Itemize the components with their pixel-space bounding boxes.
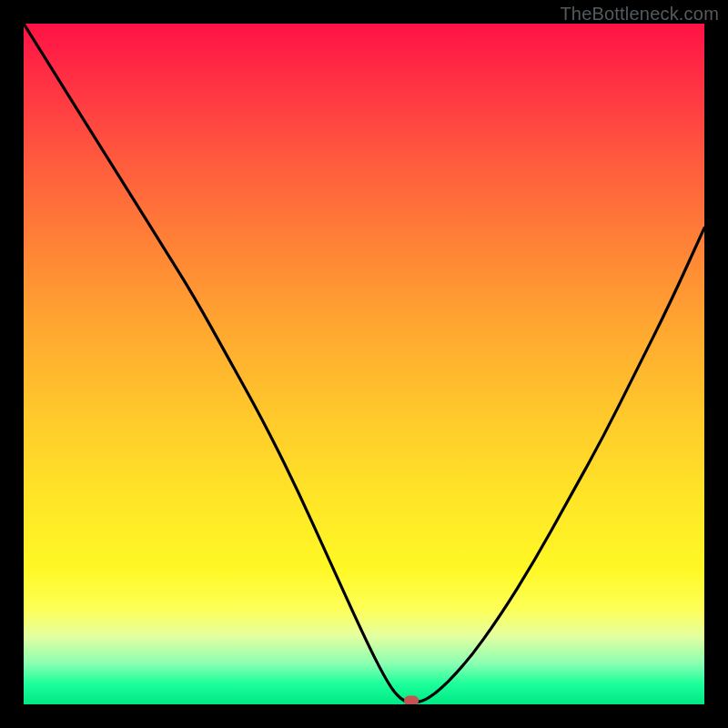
bottleneck-curve [24, 24, 704, 704]
watermark-text: TheBottleneck.com [560, 4, 719, 25]
chart-frame: TheBottleneck.com [0, 0, 728, 728]
plot-area [24, 24, 704, 704]
minimum-marker [404, 696, 419, 705]
